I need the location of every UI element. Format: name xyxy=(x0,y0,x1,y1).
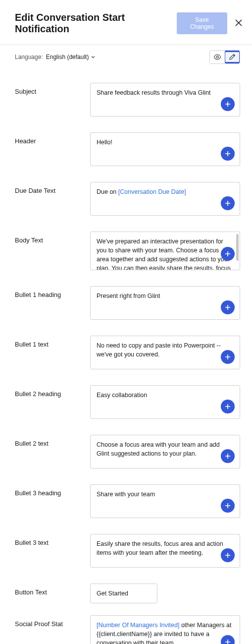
due-date-label: Due Date Text xyxy=(15,182,90,216)
add-token-button[interactable] xyxy=(221,247,235,261)
svg-point-0 xyxy=(216,56,218,58)
plus-icon xyxy=(224,101,231,108)
social-input[interactable]: [Number Of Managers Invited] other Manag… xyxy=(90,615,240,644)
header-label: Header xyxy=(15,132,90,166)
language-select[interactable]: English (default) xyxy=(46,54,96,60)
add-token-button[interactable] xyxy=(221,350,235,364)
b3t-input[interactable]: Easily share the results, focus area and… xyxy=(90,534,240,568)
plus-icon xyxy=(224,353,231,360)
plus-icon xyxy=(224,250,231,257)
add-token-button[interactable] xyxy=(221,300,235,314)
social-label: Social Proof Stat xyxy=(15,615,90,644)
add-token-button[interactable] xyxy=(221,499,235,513)
eye-icon xyxy=(213,53,221,61)
plus-icon xyxy=(224,403,231,410)
page-title: Edit Conversation Start Notification xyxy=(15,12,177,35)
subject-input[interactable]: Share feedback results through Viva Glin… xyxy=(90,83,240,117)
button-text-input[interactable]: Get Started xyxy=(90,584,157,603)
b2t-input[interactable]: Choose a focus area with your team and a… xyxy=(90,435,240,468)
add-token-button[interactable] xyxy=(221,97,235,111)
preview-mode-button[interactable] xyxy=(210,51,225,63)
subject-value: Share feedback results through Viva Glin… xyxy=(97,89,210,96)
edit-mode-button[interactable] xyxy=(225,51,240,63)
button-text-value: Get Started xyxy=(97,590,128,597)
due-date-prefix: Due on xyxy=(97,188,118,195)
b2h-input[interactable]: Easy collaboration xyxy=(90,385,240,419)
pencil-icon xyxy=(229,54,236,60)
b3t-label: Bullet 3 text xyxy=(15,534,90,568)
subject-label: Subject xyxy=(15,83,90,117)
plus-icon xyxy=(224,150,231,157)
b3t-value: Easily share the results, focus area and… xyxy=(97,540,223,556)
close-button[interactable] xyxy=(233,17,244,30)
add-token-button[interactable] xyxy=(221,400,235,413)
b3h-label: Bullet 3 heading xyxy=(15,484,90,518)
header-input[interactable]: Hello! xyxy=(90,132,240,166)
add-token-button[interactable] xyxy=(221,196,235,210)
body-input[interactable]: We've prepared an interactive presentati… xyxy=(90,232,240,270)
plus-icon xyxy=(224,200,231,207)
plus-icon xyxy=(224,453,231,460)
language-label: Language: xyxy=(15,54,43,60)
b1h-input[interactable]: Present right from Glint xyxy=(90,286,240,320)
b3h-value: Share with your team xyxy=(97,491,155,498)
b1t-input[interactable]: No need to copy and paste into Powerpoin… xyxy=(90,336,240,369)
add-token-button[interactable] xyxy=(221,548,235,562)
b2t-label: Bullet 2 text xyxy=(15,435,90,468)
plus-icon xyxy=(224,304,231,311)
b2h-label: Bullet 2 heading xyxy=(15,385,90,419)
plus-icon xyxy=(224,502,231,509)
add-token-button[interactable] xyxy=(221,635,235,644)
save-changes-button[interactable]: Save Changes xyxy=(177,12,227,34)
b3h-input[interactable]: Share with your team xyxy=(90,484,240,518)
language-value: English (default) xyxy=(46,54,89,60)
b1t-label: Bullet 1 text xyxy=(15,336,90,369)
view-mode-toggle xyxy=(209,50,240,64)
body-label: Body Text xyxy=(15,232,90,270)
social-token: [Number Of Managers Invited] xyxy=(97,622,179,629)
add-token-button[interactable] xyxy=(221,449,235,463)
b1h-label: Bullet 1 heading xyxy=(15,286,90,320)
header-value: Hello! xyxy=(97,139,112,146)
b2t-value: Choose a focus area with your team and a… xyxy=(97,441,220,457)
plus-icon xyxy=(224,552,231,559)
plus-icon xyxy=(224,639,231,644)
b1t-value: No need to copy and paste into Powerpoin… xyxy=(97,342,221,358)
b1h-value: Present right from Glint xyxy=(97,293,160,299)
body-value: We've prepared an interactive presentati… xyxy=(97,238,231,270)
button-text-label: Button Text xyxy=(15,584,90,603)
due-date-input[interactable]: Due on [Conversation Due Date] xyxy=(90,182,240,216)
add-token-button[interactable] xyxy=(221,147,235,161)
close-icon xyxy=(235,19,242,26)
due-date-token: [Conversation Due Date] xyxy=(118,188,186,195)
b2h-value: Easy collaboration xyxy=(97,392,147,399)
chevron-down-icon xyxy=(91,55,96,59)
